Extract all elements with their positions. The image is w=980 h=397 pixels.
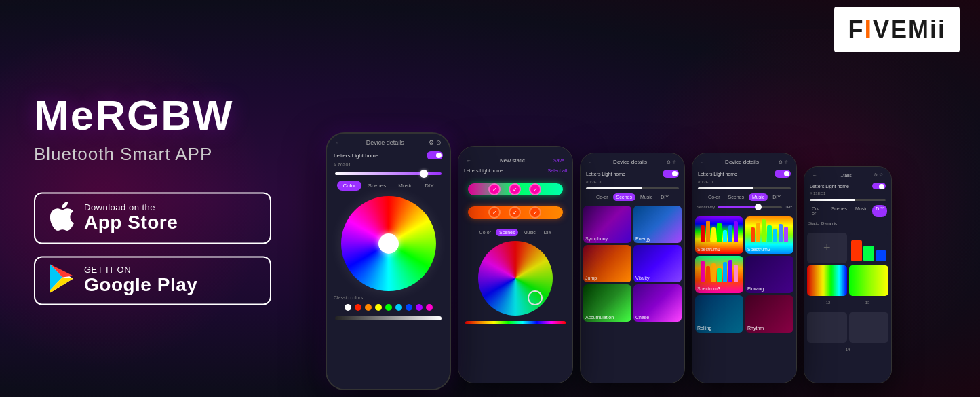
phone-fifth-tab-scenes[interactable]: Scenes bbox=[828, 205, 850, 217]
phone-fourth-tab-music[interactable]: Music bbox=[749, 193, 768, 201]
phone-fourth-spectrum-grid: Spectrum1 Spectrum2 bbox=[692, 214, 796, 335]
diy-num-2: 13 bbox=[865, 301, 870, 305]
scene-vitality[interactable]: Vitality bbox=[633, 245, 682, 282]
phone-main-toggle[interactable] bbox=[427, 151, 443, 159]
strip-check-3[interactable] bbox=[529, 183, 541, 195]
phone-main-slider[interactable] bbox=[335, 172, 442, 175]
phone-fourth-slider[interactable] bbox=[698, 187, 791, 189]
phone-main-device-id: # 76201 bbox=[327, 162, 450, 170]
phone-fourth-id: # 13EC1 bbox=[692, 180, 796, 185]
phone-second-tab-music[interactable]: Music bbox=[520, 229, 538, 236]
diy-green-item[interactable] bbox=[849, 265, 889, 296]
phone-fourth-tab-scenes[interactable]: Scenes bbox=[725, 193, 747, 201]
phone-fifth-tab-diy[interactable]: DIY bbox=[872, 205, 887, 217]
dot-pink[interactable] bbox=[426, 304, 433, 311]
fivemii-e-special: I bbox=[864, 15, 873, 43]
diy-rainbow-item[interactable] bbox=[807, 265, 847, 296]
phone-second-tab-diy[interactable]: DIY bbox=[541, 229, 555, 236]
spectrum-2[interactable]: Spectrum2 bbox=[745, 216, 793, 254]
scene-flowing[interactable]: Flowing bbox=[745, 256, 793, 293]
diy-empty-2[interactable] bbox=[849, 312, 889, 343]
phone-third-toggle[interactable] bbox=[663, 170, 679, 178]
strip-red bbox=[468, 205, 563, 220]
dot-green[interactable] bbox=[385, 304, 392, 311]
phone-main-tab-music[interactable]: Music bbox=[393, 181, 418, 191]
scene-symphony[interactable]: Symphony bbox=[583, 206, 631, 243]
strip-check-1[interactable] bbox=[488, 183, 501, 195]
phone-third-title: Device details bbox=[613, 159, 647, 165]
phone-second-rainbow-slider[interactable] bbox=[465, 321, 566, 324]
phone-fifth-number-labels: 12 13 bbox=[804, 299, 891, 307]
app-title: MeRGBW bbox=[34, 92, 326, 138]
phone-fifth-tab-music[interactable]: Music bbox=[852, 205, 871, 217]
phone-main: ← Device details ⚙ ⊙ Letters Light home … bbox=[326, 132, 451, 390]
scene-rhythm[interactable]: Rhythm bbox=[745, 295, 793, 333]
scene-accumulation[interactable]: Accumulation bbox=[583, 284, 631, 322]
phone-fourth-toggle[interactable] bbox=[775, 170, 791, 178]
phone-fourth: ← Device details ⊙ ☆ Letters Light home … bbox=[692, 153, 797, 383]
spectrum-3[interactable]: Spectrum3 bbox=[695, 256, 743, 293]
strip-check-5[interactable] bbox=[509, 206, 521, 219]
phone-main-brightness-slider[interactable] bbox=[335, 316, 442, 320]
googleplay-icon bbox=[49, 264, 75, 297]
phone-third-scene-grid: Symphony Energy Jump Vitality Accumulati… bbox=[581, 203, 684, 324]
phone-fourth-tab-color[interactable]: Co-or bbox=[705, 193, 724, 201]
phone-second-device-row: Letters Light home Select all bbox=[458, 166, 572, 175]
scene-chase[interactable]: Chase bbox=[633, 284, 682, 322]
phone-third-tab-diy[interactable]: DIY bbox=[657, 193, 672, 201]
phone-main-screen: ← Device details ⚙ ⊙ Letters Light home … bbox=[327, 134, 450, 389]
phone-second-topbar: ← New static Save bbox=[458, 152, 572, 166]
phone-fifth-tabs: Co-or Scenes Music DIY bbox=[804, 203, 891, 219]
dot-purple[interactable] bbox=[416, 304, 423, 311]
scene-accumulation-label: Accumulation bbox=[585, 315, 614, 320]
phone-main-device-name: Letters Light home bbox=[334, 153, 378, 159]
diy-bar-blue bbox=[876, 250, 886, 261]
diy-empty-1[interactable] bbox=[807, 312, 847, 343]
phone-main-tab-scenes[interactable]: Scenes bbox=[363, 181, 392, 191]
banner: MeRGBW Bluetooth Smart APP Download on t… bbox=[0, 0, 980, 397]
scene-rolling[interactable]: Rolling bbox=[695, 295, 743, 333]
phone-fifth-toggle[interactable] bbox=[872, 183, 886, 189]
appstore-button[interactable]: Download on the App Store bbox=[34, 192, 271, 244]
phone-fourth-sensitivity-row: Sensitivity 0Hz bbox=[692, 203, 796, 211]
phone-third-tab-color[interactable]: Co-or bbox=[593, 193, 612, 201]
strip-check-6[interactable] bbox=[529, 206, 541, 219]
googleplay-button[interactable]: GET IT ON Google Play bbox=[34, 256, 271, 305]
phone-fourth-tab-diy[interactable]: DIY bbox=[769, 193, 784, 201]
phone-third-tab-music[interactable]: Music bbox=[637, 193, 656, 201]
app-subtitle: Bluetooth Smart APP bbox=[34, 144, 326, 165]
phone-fifth-slider[interactable] bbox=[810, 199, 886, 201]
phone-third-device-name: Letters Light home bbox=[586, 172, 625, 176]
strip-check-2[interactable] bbox=[509, 183, 521, 195]
eq-bars-1 bbox=[695, 216, 743, 244]
phone-third-tab-scenes[interactable]: Scenes bbox=[613, 193, 635, 201]
phone-third-slider[interactable] bbox=[586, 187, 679, 189]
spectrum-1[interactable]: Spectrum1 bbox=[695, 216, 743, 254]
scene-energy[interactable]: Energy bbox=[633, 206, 682, 243]
phone-second-tab-scenes[interactable]: Scenes bbox=[496, 229, 518, 236]
appstore-small-text: Download on the bbox=[84, 202, 178, 212]
phone-main-tab-diy[interactable]: DIY bbox=[419, 181, 439, 191]
diy-bars-item[interactable] bbox=[849, 233, 889, 263]
strip-check-4[interactable] bbox=[488, 206, 501, 219]
scene-jump[interactable]: Jump bbox=[583, 245, 631, 282]
phone-fifth-tab-color[interactable]: Co-or bbox=[808, 205, 827, 217]
dot-yellow[interactable] bbox=[375, 304, 382, 311]
dot-white[interactable] bbox=[345, 304, 351, 311]
phone-fifth-bottom-num: 14 bbox=[804, 345, 891, 354]
phone-main-color-wheel[interactable] bbox=[341, 196, 436, 291]
phone-third-device-row: Letters Light home bbox=[581, 168, 684, 180]
dot-blue[interactable] bbox=[406, 304, 412, 311]
dot-red[interactable] bbox=[355, 304, 361, 311]
phone-fourth-sensitivity-slider[interactable] bbox=[718, 206, 782, 208]
diy-add-button[interactable]: + bbox=[807, 233, 847, 263]
diy-bar-green bbox=[863, 246, 874, 261]
dot-cyan[interactable] bbox=[395, 304, 402, 311]
phone-second-strips bbox=[458, 175, 572, 227]
phone-second-color-wheel[interactable] bbox=[478, 241, 553, 316]
phone-fifth-topbar: ← ...tails ⊙ ☆ bbox=[804, 167, 891, 181]
phone-fifth-diy-type-row: Static Dynamic bbox=[804, 219, 891, 227]
phone-second-tab-color[interactable]: Co-or bbox=[476, 229, 495, 236]
phone-main-tab-color[interactable]: Color bbox=[337, 181, 361, 191]
dot-orange[interactable] bbox=[365, 304, 372, 311]
